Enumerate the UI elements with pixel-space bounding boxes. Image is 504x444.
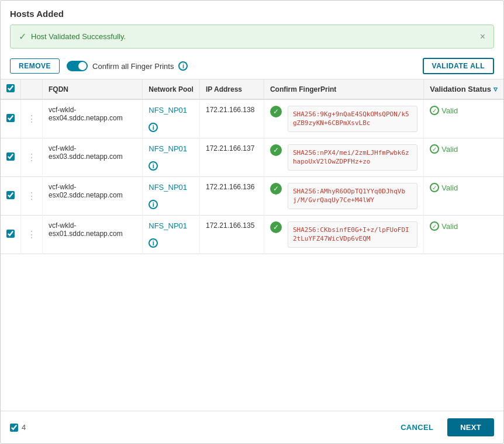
row-fqdn: vcf-wkld-esx03.sddc.netapp.com [43,138,143,177]
dialog: Hosts Added ✓ Host Validated Successfull… [0,0,504,444]
header-confirm-fingerprint: Confirm FingerPrint [264,79,423,99]
table-row: ⋮ vcf-wkld-esx01.sddc.netapp.com NFS_NP0… [1,216,503,254]
cancel-button[interactable]: CANCEL [393,419,440,435]
table-row: ⋮ vcf-wkld-esx04.sddc.netapp.com NFS_NP0… [1,99,503,138]
hosts-table-scroll[interactable]: FQDN Network Pool IP Address Confirm Fin… [1,79,503,254]
row-drag-handle[interactable]: ⋮ [21,99,43,138]
toggle-info-icon[interactable]: i [178,61,188,71]
row-fingerprint: ✓ SHA256:9Kg+9nQaE4SQkOMsQPON/k5gZB9zyKN… [264,99,423,138]
row-fqdn: vcf-wkld-esx04.sddc.netapp.com [43,99,143,138]
network-pool-link[interactable]: NFS_NP01 [149,144,187,153]
row-fingerprint: ✓ SHA256:nPX4/mei/2zmLJHfmPwbk6zhapoUxV2… [264,138,423,177]
row-ip-address: 172.21.166.135 [199,216,264,254]
fingerprint-check-icon: ✓ [270,221,282,233]
valid-label: Valid [441,106,458,115]
remove-button[interactable]: REMOVE [10,58,60,74]
row-fingerprint: ✓ SHA256:AMhyR6OOpTQ1YYq0DJhqVbj/M/GvrQa… [264,177,423,216]
filter-icon[interactable]: ▿ [493,85,498,93]
pool-info-icon[interactable]: i [149,123,158,132]
header-ip-address: IP Address [199,79,264,99]
banner-left: ✓ Host Validated Successfully. [19,31,126,42]
banner-message: Host Validated Successfully. [31,32,126,41]
row-fqdn: vcf-wkld-esx02.sddc.netapp.com [43,177,143,216]
fingerprint-value: SHA256:9Kg+9nQaE4SQkOMsQPON/k5gZB9zyKN+6… [288,106,417,132]
fingerprint-check-icon: ✓ [270,144,282,156]
row-validation-status: ✓ Valid [424,138,503,177]
network-pool-link[interactable]: NFS_NP01 [149,183,187,192]
row-fingerprint: ✓ SHA256:CKbsinfE0G+I+z/lpFUoFDI2tLuYFZ4… [264,216,423,254]
success-icon: ✓ [19,31,26,42]
row-validation-status: ✓ Valid [424,216,503,254]
network-pool-link[interactable]: NFS_NP01 [149,221,187,230]
fingerprint-value: SHA256:AMhyR6OOpTQ1YYq0DJhqVbj/M/GvrQaqU… [288,183,417,209]
fingerprint-check-icon: ✓ [270,106,282,117]
toggle-label: Confirm all Finger Prints [92,62,174,71]
valid-icon: ✓ [430,106,439,115]
row-network-pool: NFS_NP01 i [143,216,200,254]
toggle-container: Confirm all Finger Prints i [67,61,188,71]
next-button[interactable]: NEXT [447,418,494,436]
select-all-checkbox[interactable] [6,84,15,92]
valid-icon: ✓ [430,183,439,192]
row-network-pool: NFS_NP01 i [143,138,200,177]
row-ip-address: 172.21.166.138 [199,99,264,138]
table-row: ⋮ vcf-wkld-esx03.sddc.netapp.com NFS_NP0… [1,138,503,177]
pool-info-icon[interactable]: i [149,200,158,209]
page-title: Hosts Added [1,1,503,25]
confirm-all-toggle[interactable] [67,61,88,71]
table-row: ⋮ vcf-wkld-esx02.sddc.netapp.com NFS_NP0… [1,177,503,216]
header-checkbox-cell[interactable] [1,79,21,99]
row-drag-handle[interactable]: ⋮ [21,177,43,216]
row-network-pool: NFS_NP01 i [143,177,200,216]
row-fqdn: vcf-wkld-esx01.sddc.netapp.com [43,216,143,254]
toolbar: REMOVE Confirm all Finger Prints i VALID… [1,54,503,79]
network-pool-link[interactable]: NFS_NP01 [149,106,187,115]
row-checkbox-0[interactable] [6,114,15,122]
header-fqdn: FQDN [43,79,143,99]
footer-select-all[interactable] [10,424,18,432]
header-drag-cell [21,79,43,99]
row-checkbox-cell[interactable] [1,216,21,254]
pool-info-icon[interactable]: i [149,238,158,248]
valid-icon: ✓ [430,144,439,154]
row-drag-handle[interactable]: ⋮ [21,216,43,254]
valid-label: Valid [441,222,458,231]
fingerprint-value: SHA256:CKbsinfE0G+I+z/lpFUoFDI2tLuYFZ47W… [288,221,417,248]
row-checkbox-cell[interactable] [1,177,21,216]
footer-count-label: 4 [22,423,26,432]
header-validation-status: Validation Status ▿ [424,79,503,99]
table-header-row: FQDN Network Pool IP Address Confirm Fin… [1,79,503,99]
hosts-table: FQDN Network Pool IP Address Confirm Fin… [1,79,503,254]
row-validation-status: ✓ Valid [424,99,503,138]
close-banner-button[interactable]: × [480,32,485,42]
fingerprint-value: SHA256:nPX4/mei/2zmLJHfmPwbk6zhapoUxV2lO… [288,144,417,171]
footer-count: 4 [10,423,26,432]
row-checkbox-2[interactable] [6,191,15,199]
validate-all-button[interactable]: VALIDATE ALL [423,58,494,74]
validation-status-label: Validation Status [430,85,491,93]
valid-label: Valid [441,183,458,192]
header-network-pool: Network Pool [143,79,200,99]
row-checkbox-3[interactable] [6,230,15,238]
success-banner: ✓ Host Validated Successfully. × [10,25,494,48]
row-checkbox-cell[interactable] [1,138,21,177]
row-checkbox-1[interactable] [6,152,15,161]
row-drag-handle[interactable]: ⋮ [21,138,43,177]
row-checkbox-cell[interactable] [1,99,21,138]
fingerprint-check-icon: ✓ [270,183,282,195]
footer: 4 CANCEL NEXT [1,411,503,443]
table-container: FQDN Network Pool IP Address Confirm Fin… [1,79,503,411]
valid-label: Valid [441,145,458,154]
row-network-pool: NFS_NP01 i [143,99,200,138]
table-body: ⋮ vcf-wkld-esx04.sddc.netapp.com NFS_NP0… [1,99,503,254]
row-ip-address: 172.21.166.137 [199,138,264,177]
row-validation-status: ✓ Valid [424,177,503,216]
valid-icon: ✓ [430,221,439,231]
row-ip-address: 172.21.166.136 [199,177,264,216]
pool-info-icon[interactable]: i [149,161,158,171]
